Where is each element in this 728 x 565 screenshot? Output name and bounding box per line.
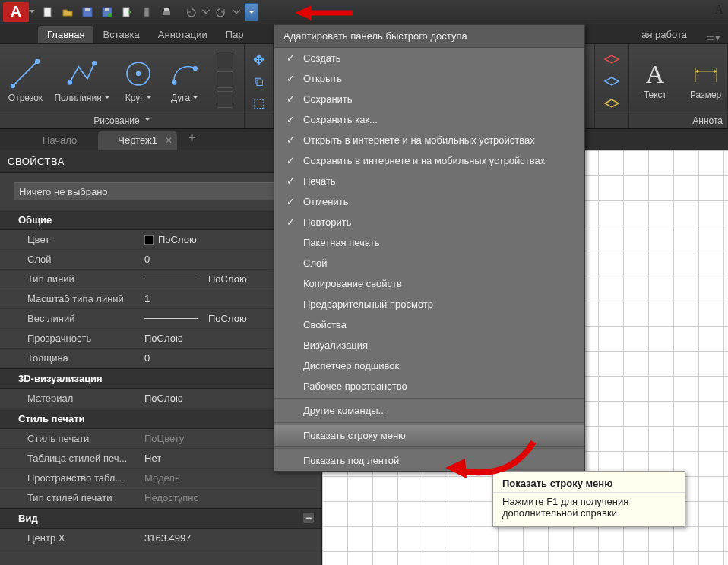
tool-dimension[interactable]: Размер xyxy=(684,56,727,103)
menu-item[interactable]: ✓Открыть xyxy=(274,68,584,89)
tool-text[interactable]: A Текст xyxy=(634,56,676,103)
qat-export-icon[interactable] xyxy=(118,3,136,21)
qat-customize-button[interactable] xyxy=(245,3,258,21)
menu-item[interactable]: Рабочее пространство xyxy=(274,376,584,396)
panel-draw: Отрезок Полилиния Круг Дуга Рисование xyxy=(0,44,245,128)
small-tool-2[interactable] xyxy=(217,71,233,88)
check-icon: ✓ xyxy=(285,94,296,105)
prop-lweight-label: Вес линий xyxy=(0,313,144,324)
svg-point-12 xyxy=(36,59,40,63)
panel-layer-frag xyxy=(594,44,629,128)
add-drawing-tab[interactable]: ＋ xyxy=(179,126,206,150)
tool-polyline[interactable]: Полилиния xyxy=(54,56,109,103)
tab-drawing1[interactable]: Чертеж1✕ xyxy=(98,131,177,150)
menu-item[interactable]: ✓Сохранить в интернете и на мобильных ус… xyxy=(274,150,584,171)
small-tool-3[interactable] xyxy=(217,91,233,108)
selection-dropdown[interactable]: Ничего не выбрано xyxy=(14,182,293,200)
qat-customize-menu: Адаптировать панель быстрого доступа ✓Со… xyxy=(274,24,585,472)
prop-ltscale-label: Масштаб типа линий xyxy=(0,293,144,305)
layer-yellow-icon[interactable] xyxy=(603,96,620,110)
panel-modify-frag: ✥ ⧉ ⬚ xyxy=(245,44,274,128)
svg-rect-9 xyxy=(164,8,169,11)
menu-item[interactable]: Копирование свойств xyxy=(274,273,584,294)
svg-point-17 xyxy=(172,80,176,84)
check-icon: ✓ xyxy=(285,53,296,64)
qat-undo-dd-icon[interactable] xyxy=(201,3,210,21)
svg-point-18 xyxy=(193,66,197,70)
prop-centerx-value[interactable]: 3163.4997 xyxy=(144,532,321,544)
quick-access-toolbar: A xyxy=(0,0,728,24)
tool-arc[interactable]: Дуга xyxy=(167,56,202,103)
check-icon: ✓ xyxy=(285,176,296,187)
menu-item[interactable]: Свойства xyxy=(274,314,584,335)
prop-color-label: Цвет xyxy=(0,234,144,245)
check-icon: ✓ xyxy=(285,135,296,146)
qat-redo-icon[interactable] xyxy=(212,3,230,21)
tool-dim-label: Размер xyxy=(690,90,721,100)
menu-item[interactable]: ✓Печать xyxy=(274,171,584,191)
prop-centerx-label: Центр X xyxy=(0,532,144,544)
panel-annotate-title: Аннота xyxy=(692,115,723,126)
qat-new-icon[interactable] xyxy=(39,3,57,21)
menu-show-below-ribbon[interactable]: Показать под лентой xyxy=(274,450,584,471)
menu-item[interactable]: Диспетчер подшивок xyxy=(274,355,584,376)
menu-item[interactable]: ✓Отменить xyxy=(274,191,584,212)
group-view[interactable]: Вид− xyxy=(0,508,321,529)
layer-blue-icon[interactable] xyxy=(603,74,620,88)
qat-mobile-icon[interactable] xyxy=(138,3,156,21)
prop-pspace-value: Модель xyxy=(144,472,321,484)
small-tool-1[interactable] xyxy=(217,52,233,68)
tab-annotate[interactable]: Аннотации xyxy=(149,26,217,43)
tool-line[interactable]: Отрезок xyxy=(8,56,43,103)
tab-start[interactable]: Начало xyxy=(23,131,97,150)
qat-undo-icon[interactable] xyxy=(182,3,200,21)
qat-save-icon[interactable] xyxy=(78,3,97,21)
prop-pstyle-label: Стиль печати xyxy=(0,433,144,444)
menu-show-menubar[interactable]: Показать строку меню xyxy=(274,425,584,447)
stretch-icon[interactable]: ⬚ xyxy=(253,96,264,110)
tooltip-body: Нажмите F1 для получения дополнительной … xyxy=(493,492,685,526)
svg-point-5 xyxy=(108,13,112,17)
qat-saveas-icon[interactable] xyxy=(98,3,116,21)
ribbon-minimize-icon[interactable]: ▭▾ xyxy=(698,32,728,43)
menu-item[interactable]: ✓Открыть в интернете и на мобильных устр… xyxy=(274,130,584,150)
tool-circle[interactable]: Круг xyxy=(121,56,156,103)
svg-rect-7 xyxy=(144,8,149,17)
panel-annotate: A Текст Размер Аннота xyxy=(629,44,728,128)
svg-line-10 xyxy=(13,61,37,85)
qat-print-icon[interactable] xyxy=(157,3,176,21)
layer-red-icon[interactable] xyxy=(603,52,620,66)
color-swatch xyxy=(144,235,154,245)
check-icon: ✓ xyxy=(285,115,296,125)
tooltip-title: Показать строку меню xyxy=(493,472,685,492)
qat-open-icon[interactable] xyxy=(59,3,77,21)
menu-other-commands[interactable]: Другие команды... xyxy=(274,400,584,421)
app-menu-button[interactable]: A xyxy=(3,2,29,22)
tab-collaborate[interactable]: ая работа xyxy=(631,26,698,43)
copy-icon[interactable]: ⧉ xyxy=(255,75,263,89)
collapse-icon[interactable]: − xyxy=(303,513,314,523)
tab-insert[interactable]: Вставка xyxy=(93,26,148,43)
check-icon: ✓ xyxy=(285,197,296,207)
menu-item[interactable]: ✓Создать xyxy=(274,48,584,68)
tab-parametric[interactable]: Пар xyxy=(217,26,253,43)
menu-item[interactable]: Пакетная печать xyxy=(274,232,584,253)
menu-item[interactable]: Слой xyxy=(274,253,584,273)
tool-polyline-label: Полилиния xyxy=(54,93,109,103)
move-icon[interactable]: ✥ xyxy=(253,52,264,68)
check-icon: ✓ xyxy=(285,156,296,166)
menu-item[interactable]: ✓Повторить xyxy=(274,212,584,232)
menu-item[interactable]: ✓Сохранить xyxy=(274,89,584,109)
tool-circle-label: Круг xyxy=(125,93,151,103)
check-icon: ✓ xyxy=(285,217,296,228)
tool-arc-label: Дуга xyxy=(171,93,198,103)
tab-main[interactable]: Главная xyxy=(38,26,93,43)
menu-item[interactable]: Предварительный просмотр xyxy=(274,294,584,314)
qat-redo-dd-icon[interactable] xyxy=(232,3,241,21)
panel-draw-title[interactable]: Рисование xyxy=(0,112,244,128)
tool-line-label: Отрезок xyxy=(8,93,43,103)
menu-item[interactable]: Визуализация xyxy=(274,335,584,355)
close-icon[interactable]: ✕ xyxy=(165,135,173,146)
menu-item[interactable]: ✓Сохранить как... xyxy=(274,109,584,130)
prop-ptable-label: Таблица стилей печ... xyxy=(0,453,144,464)
